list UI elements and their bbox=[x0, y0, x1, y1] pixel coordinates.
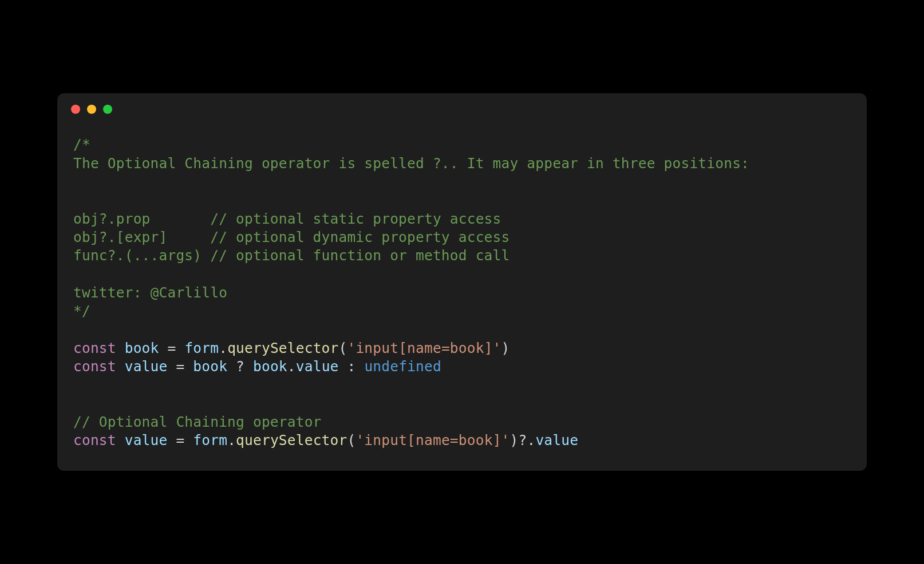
identifier: book bbox=[125, 340, 159, 356]
punct: . bbox=[287, 358, 296, 375]
identifier: form bbox=[184, 340, 219, 356]
window-titlebar bbox=[57, 93, 867, 125]
keyword-const: const bbox=[73, 340, 116, 356]
minimize-icon[interactable] bbox=[87, 105, 96, 114]
code-block: /* The Optional Chaining operator is spe… bbox=[57, 125, 867, 471]
property: value bbox=[296, 358, 339, 375]
keyword-undefined: undefined bbox=[364, 358, 441, 375]
close-icon[interactable] bbox=[71, 105, 80, 114]
comment-line: The Optional Chaining operator is spelle… bbox=[73, 155, 749, 172]
string-literal: 'input[name=book]' bbox=[347, 340, 501, 356]
identifier: value bbox=[125, 432, 168, 448]
punct: ) bbox=[510, 432, 519, 448]
operator: = bbox=[159, 340, 185, 356]
punct: ( bbox=[339, 340, 348, 356]
keyword-const: const bbox=[73, 432, 116, 448]
comment-line: obj?.prop // optional static property ac… bbox=[73, 210, 502, 227]
punct: . bbox=[219, 340, 227, 356]
function-call: querySelector bbox=[236, 432, 347, 448]
function-call: querySelector bbox=[227, 340, 338, 356]
optional-chain-operator: ?. bbox=[518, 432, 535, 448]
keyword-const: const bbox=[73, 358, 116, 375]
comment-line: obj?.[expr] // optional dynamic property… bbox=[73, 229, 510, 245]
identifier: book bbox=[193, 358, 227, 375]
maximize-icon[interactable] bbox=[103, 105, 112, 114]
comment-line: // Optional Chaining operator bbox=[73, 414, 322, 430]
comment-line: twitter: @Carlillo bbox=[73, 284, 227, 301]
identifier: book bbox=[253, 358, 287, 375]
comment-line: func?.(...args) // optional function or … bbox=[73, 247, 510, 264]
comment-line: */ bbox=[73, 303, 90, 319]
property: value bbox=[535, 432, 578, 448]
code-window: /* The Optional Chaining operator is spe… bbox=[57, 93, 867, 471]
identifier: value bbox=[125, 358, 168, 375]
identifier: form bbox=[193, 432, 227, 448]
punct: ) bbox=[502, 340, 510, 356]
operator: = bbox=[167, 358, 193, 375]
punct: . bbox=[227, 432, 236, 448]
punct: ( bbox=[347, 432, 356, 448]
comment-line: /* bbox=[73, 136, 90, 153]
string-literal: 'input[name=book]' bbox=[356, 432, 510, 448]
operator: = bbox=[167, 432, 193, 448]
operator: ? bbox=[227, 358, 253, 375]
operator: : bbox=[339, 358, 365, 375]
